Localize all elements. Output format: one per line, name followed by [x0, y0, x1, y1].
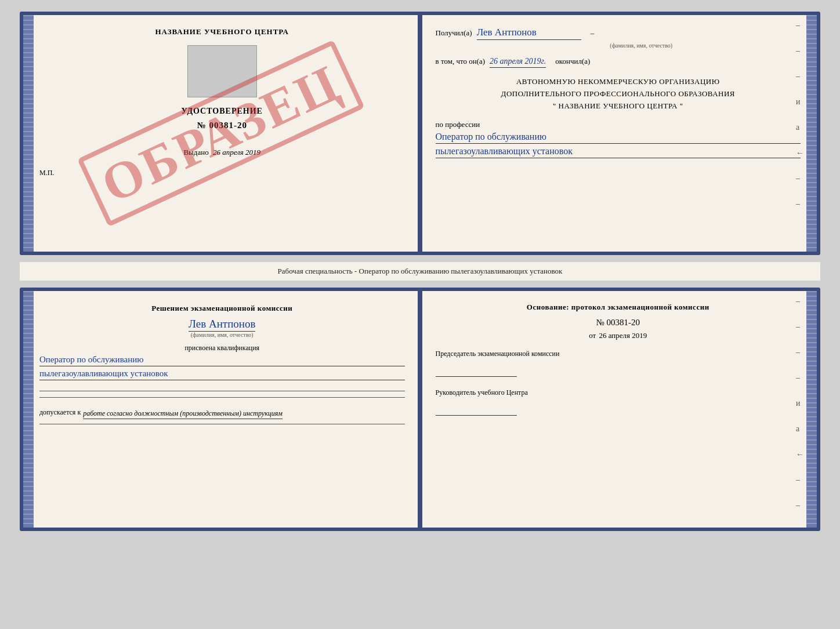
qual-line1: Оператор по обслуживанию: [39, 355, 405, 366]
admitted-line: допускается к работе согласно должностны…: [39, 408, 405, 419]
in-that-line: в том, что он(а) 26 апреля 2019г. окончи…: [436, 57, 801, 68]
training-center-title: НАЗВАНИЕ УЧЕБНОГО ЦЕНТРА: [39, 27, 405, 37]
protocol-number: № 00381-20: [436, 318, 801, 328]
from-date: от 26 апреля 2019: [436, 331, 801, 340]
cert-number: № 00381-20: [39, 121, 405, 130]
bottom-person-name: Лев Антпонов: [189, 318, 255, 332]
from-prefix: от: [589, 331, 596, 340]
in-that-label: в том, что он(а): [436, 57, 486, 66]
bottom-document-book: Решением экзаменационной комиссии Лев Ан…: [20, 288, 820, 531]
assigned-qual-label: присвоена квалификация: [39, 344, 405, 352]
book-spine: [418, 15, 422, 252]
fio-label-top: (фамилия, имя, отчество): [482, 42, 801, 49]
finished-label: окончил(а): [555, 57, 590, 66]
bottom-fio-label: (фамилия, имя, отчество): [39, 332, 405, 338]
decision-title: Решением экзаменационной комиссии: [39, 303, 405, 314]
received-line: Получил(а) Лев Антпонов –: [436, 27, 801, 40]
center-leader-signature-line: [436, 402, 517, 416]
org-line1: АВТОНОМНУЮ НЕКОММЕРЧЕСКУЮ ОРГАНИЗАЦИЮ: [436, 76, 801, 88]
page-container: НАЗВАНИЕ УЧЕБНОГО ЦЕНТРА УДОСТОВЕРЕНИЕ №…: [20, 12, 820, 531]
mp-label: М.П.: [39, 169, 405, 177]
issued-date: 26 апреля 2019: [213, 148, 260, 157]
profession-line2: пылегазоулавливающих установок: [436, 146, 801, 158]
bottom-book-spine: [418, 291, 422, 528]
commission-chairman: Председатель экзаменационной комиссии: [436, 350, 801, 379]
top-document-book: НАЗВАНИЕ УЧЕБНОГО ЦЕНТРА УДОСТОВЕРЕНИЕ №…: [20, 12, 820, 255]
received-label: Получил(а): [436, 28, 472, 38]
decision-title-text: Решением экзаменационной комиссии: [151, 304, 292, 312]
in-that-date: 26 апреля 2019г.: [490, 57, 546, 68]
admitted-text: работе согласно должностным (производств…: [83, 408, 283, 419]
org-block: АВТОНОМНУЮ НЕКОММЕРЧЕСКУЮ ОРГАНИЗАЦИЮ ДО…: [436, 76, 801, 112]
bottom-left-page: Решением экзаменационной комиссии Лев Ан…: [23, 291, 419, 528]
issued-line: Выдано 26 апреля 2019: [39, 148, 405, 157]
org-line3: " НАЗВАНИЕ УЧЕБНОГО ЦЕНТРА ": [436, 100, 801, 112]
right-dashes: – – – и а ← – –: [796, 21, 804, 209]
photo-placeholder: [187, 45, 257, 97]
admitted-label: допускается к: [39, 408, 81, 417]
top-right-page: Получил(а) Лев Антпонов – (фамилия, имя,…: [419, 15, 817, 252]
profession-line1: Оператор по обслуживанию: [436, 132, 801, 144]
center-leader-label: Руководитель учебного Центра: [436, 388, 528, 397]
bottom-right-dashes: – – – – и а ← – –: [796, 297, 804, 510]
chairman-label: Председатель экзаменационной комиссии: [436, 350, 560, 358]
middle-label: Рабочая специальность - Оператор по обсл…: [20, 262, 820, 281]
chairman-signature-line: [436, 363, 517, 377]
issued-label: Выдано: [183, 148, 208, 157]
qual-line2: пылегазоулавливающих установок: [39, 369, 405, 380]
top-left-page: НАЗВАНИЕ УЧЕБНОГО ЦЕНТРА УДОСТОВЕРЕНИЕ №…: [23, 15, 419, 252]
received-name: Лев Антпонов: [477, 27, 581, 40]
bottom-right-page: Основание: протокол экзаменационной коми…: [419, 291, 817, 528]
center-leader: Руководитель учебного Центра: [436, 388, 801, 418]
org-line2: ДОПОЛНИТЕЛЬНОГО ПРОФЕССИОНАЛЬНОГО ОБРАЗО…: [436, 88, 801, 100]
profession-label: по профессии: [436, 120, 801, 129]
cert-label: УДОСТОВЕРЕНИЕ: [39, 107, 405, 116]
from-date-value: 26 апреля 2019: [599, 331, 647, 340]
basis-title: Основание: протокол экзаменационной коми…: [436, 303, 801, 312]
